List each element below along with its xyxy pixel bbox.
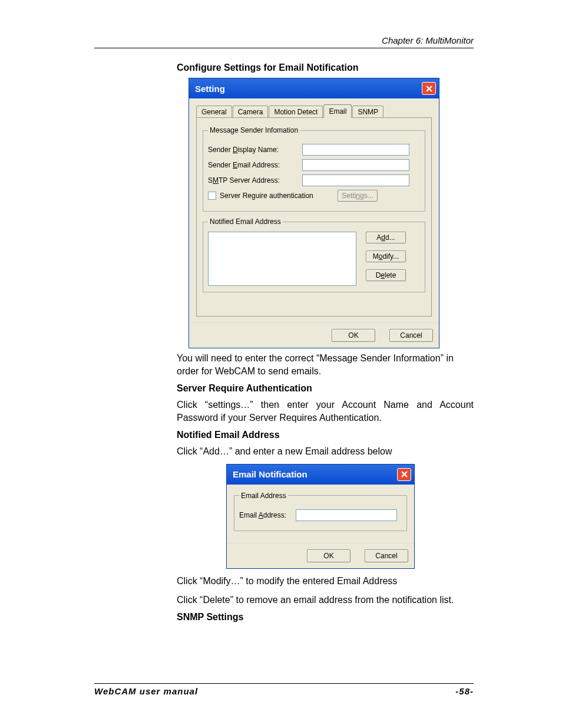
settings-button[interactable]: Settings... — [338, 190, 378, 202]
input-email-address[interactable] — [296, 509, 397, 521]
emailnotif-footer: OK Cancel — [227, 543, 414, 568]
ok-button[interactable]: OK — [332, 329, 375, 342]
section-title-auth: Server Require Authentication — [177, 383, 474, 394]
setting-title-text: Setting — [195, 84, 225, 94]
paragraph-delete: Click “Delete” to remove an email addres… — [177, 594, 474, 607]
group-message-sender: Message Sender Infomation Sender Display… — [203, 126, 425, 212]
group-email-address: Email Address Email Address: — [234, 492, 407, 531]
delete-button[interactable]: Delete — [366, 269, 406, 281]
input-sender-display[interactable] — [302, 144, 409, 156]
section-title-snmp: SNMP Settings — [177, 612, 474, 622]
paragraph-modify: Click “Modify…” to modify the entered Em… — [177, 575, 474, 588]
add-button[interactable]: Add... — [366, 232, 406, 243]
emailnotif-titlebar: Email Notification — [227, 465, 414, 485]
group-notified: Notified Email Address Add... Modify... … — [203, 218, 425, 292]
footer-left: WebCAM user manual — [94, 686, 198, 696]
tabs: General Camera Motion Detect Email SNMP — [196, 104, 432, 118]
label-email-address: Email Address: — [239, 511, 296, 519]
setting-titlebar: Setting — [189, 78, 439, 98]
footer-right: -58- — [455, 686, 474, 696]
paragraph-sender-info: You will need to enter the correct “Mess… — [177, 352, 474, 377]
chapter-header: Chapter 6: MultiMonitor — [94, 35, 474, 45]
tab-snmp[interactable]: SNMP — [352, 106, 384, 118]
close-button[interactable] — [422, 82, 436, 95]
modify-button[interactable]: Modify... — [366, 251, 406, 262]
email-notification-dialog: Email Notification Email Address Email A… — [226, 464, 415, 569]
label-sender-email: Sender Email Address: — [208, 161, 302, 169]
section-title-notified: Notified Email Address — [177, 430, 474, 440]
notified-listbox[interactable] — [208, 232, 356, 286]
group-email-legend: Email Address — [239, 492, 288, 500]
cancel-button[interactable]: Cancel — [389, 329, 433, 342]
paragraph-auth: Click “settings…” then enter your Accoun… — [177, 398, 474, 424]
header-rule — [94, 48, 474, 48]
close-icon — [426, 85, 432, 92]
input-sender-email[interactable] — [302, 159, 409, 171]
label-smtp: SMTP Server Address: — [208, 176, 302, 185]
setting-footer: OK Cancel — [189, 322, 439, 348]
section-title-configure: Configure Settings for Email Notificatio… — [177, 62, 474, 73]
paragraph-add: Click “Add…” and enter a new Email addre… — [177, 445, 474, 458]
cancel-button-2[interactable]: Cancel — [365, 549, 408, 562]
tab-email[interactable]: Email — [323, 104, 352, 118]
label-sender-display: Sender Display Name: — [208, 146, 302, 154]
close-button-2[interactable] — [397, 468, 411, 481]
group-sender-legend: Message Sender Infomation — [208, 126, 300, 134]
tab-motion-detect[interactable]: Motion Detect — [269, 106, 323, 118]
close-icon — [401, 471, 408, 477]
setting-dialog: Setting General Camera Motion Detect Ema… — [189, 78, 439, 348]
input-smtp[interactable] — [302, 174, 409, 186]
tab-general[interactable]: General — [196, 106, 232, 118]
group-notified-legend: Notified Email Address — [208, 218, 283, 226]
label-auth: Server Reguire authentication — [220, 192, 313, 200]
checkbox-auth[interactable] — [208, 192, 216, 200]
tab-camera[interactable]: Camera — [233, 106, 269, 118]
emailnotif-title-text: Email Notification — [233, 469, 308, 479]
page-footer: WebCAM user manual -58- — [94, 683, 474, 696]
ok-button-2[interactable]: OK — [307, 549, 351, 562]
email-tab-panel: Message Sender Infomation Sender Display… — [196, 117, 432, 317]
